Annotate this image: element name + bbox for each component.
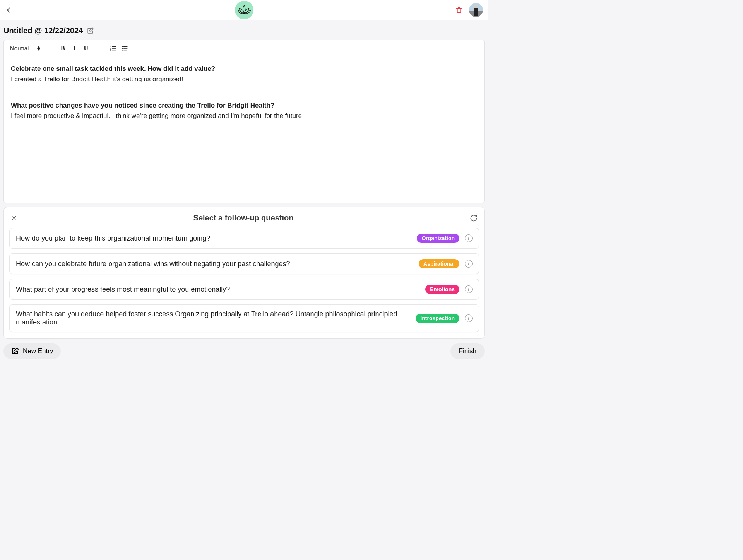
editor-toolbar: Normal B I U 123 bbox=[4, 40, 484, 56]
svg-rect-2 bbox=[457, 8, 461, 12]
back-button[interactable] bbox=[5, 5, 15, 15]
lotus-icon bbox=[236, 2, 252, 18]
footer-bar: New Entry Finish bbox=[0, 339, 488, 359]
followup-panel: Select a follow-up question How do you p… bbox=[3, 207, 485, 339]
bold-button[interactable]: B bbox=[58, 44, 67, 53]
editor-card: Normal B I U 123 Celebrate one small tas… bbox=[3, 40, 485, 203]
followup-item-text: What habits can you deduce helped foster… bbox=[16, 310, 410, 326]
chevron-sort-icon bbox=[37, 46, 40, 51]
followup-info-button[interactable]: i bbox=[465, 234, 473, 242]
underline-button[interactable]: U bbox=[81, 44, 91, 53]
user-avatar[interactable] bbox=[469, 3, 483, 17]
prompt-question: Celebrate one small task tackled this we… bbox=[11, 64, 478, 74]
followup-item-text: How can you celebrate future organizatio… bbox=[16, 260, 413, 268]
followup-item[interactable]: How do you plan to keep this organizatio… bbox=[9, 228, 479, 249]
followup-info-button[interactable]: i bbox=[465, 285, 473, 293]
italic-button[interactable]: I bbox=[70, 44, 79, 53]
followup-tag: Aspirational bbox=[419, 259, 459, 268]
title-row: Untitled @ 12/22/2024 bbox=[0, 20, 488, 40]
pencil-square-icon bbox=[11, 347, 19, 355]
followup-info-button[interactable]: i bbox=[465, 314, 473, 322]
page-title: Untitled @ 12/22/2024 bbox=[3, 26, 83, 35]
svg-marker-5 bbox=[37, 48, 40, 51]
arrow-left-icon bbox=[6, 6, 14, 14]
svg-point-17 bbox=[122, 50, 123, 50]
unordered-list-icon bbox=[121, 45, 128, 52]
prompt-answer: I created a Trello for Bridgit Health it… bbox=[11, 75, 478, 84]
close-followup-button[interactable] bbox=[11, 215, 17, 221]
ordered-list-button[interactable]: 123 bbox=[108, 44, 118, 53]
editor-body[interactable]: Celebrate one small task tackled this we… bbox=[4, 56, 484, 203]
svg-point-16 bbox=[122, 48, 123, 48]
followup-item-text: What part of your progress feels most me… bbox=[16, 285, 420, 294]
finish-button[interactable]: Finish bbox=[450, 343, 485, 359]
followup-title: Select a follow-up question bbox=[17, 213, 470, 222]
ordered-list-icon: 123 bbox=[110, 45, 116, 52]
followup-item[interactable]: What part of your progress feels most me… bbox=[9, 279, 479, 300]
refresh-followup-button[interactable] bbox=[470, 214, 478, 222]
prompt-question: What positive changes have you noticed s… bbox=[11, 101, 478, 111]
followup-tag: Introspection bbox=[416, 314, 459, 323]
followup-item-text: How do you plan to keep this organizatio… bbox=[16, 234, 411, 242]
delete-button[interactable] bbox=[455, 6, 463, 14]
close-icon bbox=[11, 215, 17, 221]
unordered-list-button[interactable] bbox=[120, 44, 129, 53]
new-entry-button[interactable]: New Entry bbox=[3, 343, 61, 359]
heading-picker-label: Normal bbox=[10, 45, 29, 51]
heading-picker[interactable]: Normal bbox=[10, 45, 40, 51]
new-entry-label: New Entry bbox=[23, 347, 53, 355]
pencil-square-icon bbox=[87, 27, 94, 34]
trash-icon bbox=[455, 6, 463, 14]
followup-tag: Organization bbox=[417, 234, 459, 243]
app-logo[interactable] bbox=[235, 1, 253, 19]
prompt-answer: I feel more productive & impactful. I th… bbox=[11, 111, 478, 121]
svg-text:3: 3 bbox=[110, 49, 111, 51]
followup-tag: Emotions bbox=[425, 285, 459, 294]
app-header bbox=[0, 0, 488, 20]
followup-info-button[interactable]: i bbox=[465, 260, 473, 268]
svg-point-15 bbox=[122, 46, 123, 47]
followup-item[interactable]: What habits can you deduce helped foster… bbox=[9, 304, 479, 332]
followup-item[interactable]: How can you celebrate future organizatio… bbox=[9, 253, 479, 274]
refresh-icon bbox=[470, 214, 478, 222]
edit-title-button[interactable] bbox=[87, 27, 94, 34]
finish-label: Finish bbox=[459, 347, 476, 355]
